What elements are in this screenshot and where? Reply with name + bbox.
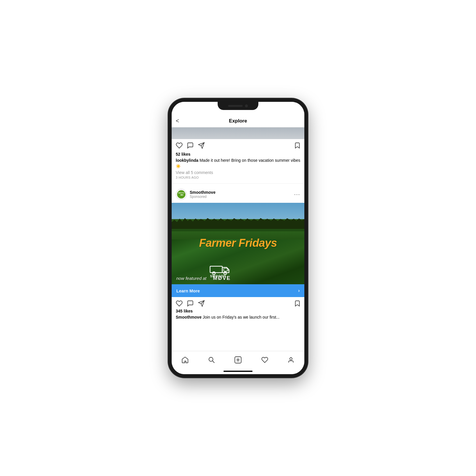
post2-actions [172, 297, 304, 309]
divider1 [172, 183, 304, 184]
ad-image: Farmer Fridays now featured at [172, 203, 304, 284]
smoothmove-avatar[interactable]: SMOOTH m ve [176, 189, 187, 200]
post1-actions [172, 139, 304, 152]
nav-activity[interactable] [256, 354, 273, 366]
svg-point-12 [225, 273, 226, 274]
post1-caption: lookbylinda Made it out here! Bring on t… [176, 158, 300, 169]
svg-rect-13 [224, 268, 227, 271]
phone-screen: < Explore [172, 102, 304, 374]
sponsored-post-header: SMOOTH m ve Smoothmove Sponsored [172, 186, 304, 203]
now-featured-text: now featured at [176, 276, 206, 281]
post1-image-strip [172, 127, 304, 139]
search-icon [208, 356, 215, 364]
post2-bookmark-button[interactable] [294, 300, 300, 307]
learn-more-button[interactable]: Learn More › [172, 284, 304, 297]
svg-text:ve: ve [181, 194, 184, 196]
post1-actions-left [176, 142, 205, 149]
speaker [228, 105, 243, 107]
sponsored-account-details: Smoothmove Sponsored [190, 190, 216, 199]
svg-point-22 [290, 358, 292, 360]
account-name: Smoothmove [190, 190, 216, 195]
share-button[interactable] [198, 142, 205, 149]
profile-icon [287, 356, 295, 364]
home-icon [181, 356, 189, 364]
app-header: < Explore [172, 115, 304, 127]
svg-line-18 [212, 361, 214, 363]
post2-actions-left [176, 300, 205, 307]
nav-search[interactable] [203, 354, 220, 366]
post1-likes: 52 likes [176, 152, 300, 157]
chevron-right-icon: › [298, 288, 300, 293]
post2-info: 345 likes Smoothmove Join us on Friday's… [172, 309, 304, 324]
comment-button[interactable] [187, 142, 194, 149]
content-area[interactable]: 52 likes lookbylinda Made it out here! B… [172, 127, 304, 351]
svg-rect-8 [210, 266, 222, 273]
move-text: MØVE [213, 276, 231, 281]
post1-time: 3 HOURS AGO [176, 176, 300, 179]
svg-point-10 [214, 273, 214, 274]
add-icon [234, 356, 242, 364]
svg-point-17 [209, 357, 213, 361]
back-button[interactable]: < [176, 118, 179, 124]
post2-likes: 345 likes [176, 309, 300, 313]
phone-notch [218, 102, 258, 110]
svg-text:SMOOTH: SMOOTH [178, 193, 184, 194]
nav-home[interactable] [177, 354, 193, 366]
post2-username: Smoothmove [176, 315, 202, 319]
nav-add[interactable] [230, 354, 246, 366]
post2-share-button[interactable] [198, 300, 205, 307]
sponsored-account-info: SMOOTH m ve Smoothmove Sponsored [176, 189, 216, 200]
more-options-button[interactable]: ··· [294, 191, 300, 198]
post2-caption-text: Join us on Friday's as we launch our fir… [203, 315, 280, 319]
post2-comment-button[interactable] [187, 300, 194, 307]
heart-icon [261, 356, 268, 364]
post1-username: lookbylinda [176, 158, 198, 163]
ad-bottom-overlay: now featured at [172, 248, 304, 284]
post2-caption: Smoothmove Join us on Friday's as we lau… [176, 315, 300, 320]
nav-profile[interactable] [283, 354, 299, 366]
camera [245, 104, 248, 107]
like-button[interactable] [176, 142, 183, 149]
view-comments-link[interactable]: View all 5 comments [176, 170, 300, 175]
bottom-nav [172, 351, 304, 368]
post2-like-button[interactable] [176, 300, 183, 307]
page-title: Explore [229, 118, 247, 124]
home-bar-indicator [223, 371, 253, 372]
learn-more-label: Learn More [176, 288, 200, 293]
post1-info: 52 likes lookbylinda Made it out here! B… [172, 152, 304, 181]
phone-frame: < Explore [168, 98, 308, 378]
smooth-move-logo-large: SMOOTH MØVE [209, 263, 235, 281]
bookmark-button[interactable] [294, 142, 300, 149]
iphone-home-bar [172, 368, 304, 374]
phone-wrapper: < Explore [162, 93, 314, 383]
sponsored-tag: Sponsored [190, 195, 216, 199]
